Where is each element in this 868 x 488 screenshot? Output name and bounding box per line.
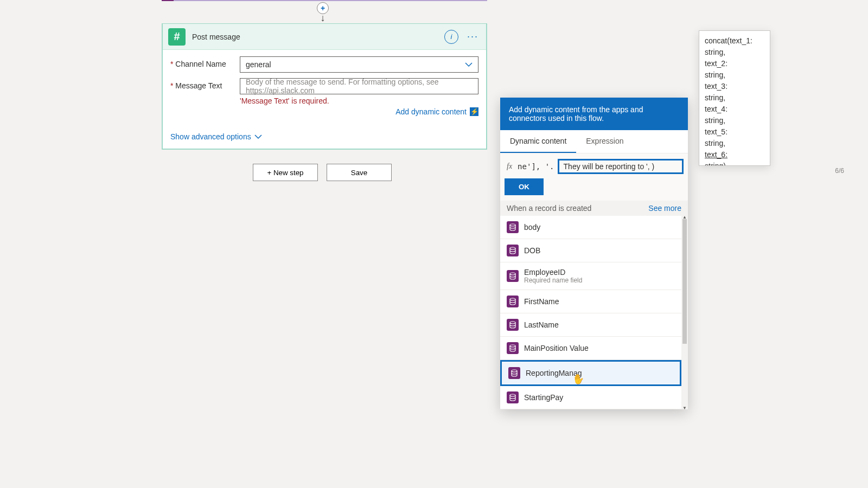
prev-step-border — [162, 0, 487, 1]
card-more-button[interactable]: ··· — [465, 31, 481, 42]
dc-item-mainposition-value[interactable]: MainPosition Value — [500, 337, 681, 360]
channel-name-select[interactable]: general — [240, 56, 478, 73]
plus-label: + — [321, 4, 325, 12]
channel-name-label: * Channel Name — [170, 56, 240, 68]
add-step-connector[interactable]: + ↓ — [317, 2, 329, 23]
database-icon — [507, 270, 519, 282]
dc-item-reportingmanag[interactable]: ReportingManag — [500, 360, 681, 386]
svg-point-2 — [510, 273, 515, 275]
hash-icon: # — [174, 30, 180, 43]
tab-dynamic-content[interactable]: Dynamic content — [500, 130, 576, 153]
dc-item-startingpay[interactable]: StartingPay — [500, 386, 681, 409]
tooltip-active-param: text_6: — [705, 149, 764, 160]
dynamic-content-panel: Add dynamic content from the apps and co… — [500, 98, 688, 409]
arrow-down-icon: ↓ — [321, 13, 326, 23]
tooltip-line: text_5: — [705, 126, 764, 138]
more-icon: ··· — [467, 31, 478, 42]
intellisense-tooltip: concat(text_1:string,text_2:string,text_… — [699, 30, 770, 166]
dynamic-group-title: When a record is created — [507, 204, 591, 213]
see-more-link[interactable]: See more — [648, 204, 681, 213]
database-icon — [508, 367, 520, 379]
tooltip-line: string, — [705, 47, 764, 58]
svg-point-5 — [510, 345, 515, 347]
info-button[interactable]: i — [444, 30, 458, 44]
database-icon — [507, 221, 519, 233]
scrollbar[interactable]: ▲ ▼ — [681, 216, 688, 409]
dc-item-label: FirstName — [524, 297, 559, 306]
dynamic-group-header: When a record is created See more — [500, 201, 688, 216]
tooltip-line: text_2: — [705, 58, 764, 69]
show-advanced-options[interactable]: Show advanced options — [170, 132, 262, 141]
expression-pager: 6/6 — [835, 167, 844, 175]
tooltip-line: text_4: — [705, 104, 764, 115]
channel-name-row: * Channel Name general — [170, 56, 478, 73]
dc-item-desc: Required name field — [524, 277, 582, 284]
panel-header: Add dynamic content from the apps and co… — [500, 98, 688, 130]
tooltip-line: concat(text_1: — [705, 35, 764, 47]
tab-expression[interactable]: Expression — [576, 130, 633, 153]
expression-prefix: ne'], '. — [518, 162, 554, 171]
message-text-row: * Message Text Body of the message to se… — [170, 78, 478, 116]
info-icon: i — [451, 33, 452, 41]
scroll-down-icon[interactable]: ▼ — [682, 406, 687, 410]
new-step-button[interactable]: + New step — [253, 164, 318, 181]
required-asterisk: * — [170, 60, 175, 68]
expression-ok-button[interactable]: OK — [505, 178, 544, 195]
panel-tabs: Dynamic content Expression — [500, 130, 688, 153]
database-icon — [507, 296, 519, 307]
svg-point-6 — [512, 370, 517, 372]
database-icon — [507, 342, 519, 354]
message-text-placeholder: Body of the message to send. For formatt… — [246, 78, 473, 95]
prev-step-accent — [162, 0, 174, 1]
channel-name-value: general — [246, 60, 271, 69]
svg-point-7 — [510, 394, 515, 396]
dynamic-content-icon: ⚡ — [470, 107, 478, 116]
add-dynamic-label: Add dynamic content — [395, 107, 467, 116]
dynamic-content-list: bodyDOBEmployeeIDRequired name fieldFirs… — [500, 216, 688, 409]
save-button[interactable]: Save — [327, 164, 392, 181]
tooltip-line: string, — [705, 92, 764, 104]
dc-item-label: MainPosition Value — [524, 344, 589, 352]
dc-item-label: LastName — [524, 320, 559, 329]
required-asterisk: * — [170, 81, 175, 90]
card-header: # Post message i ··· — [163, 24, 486, 50]
dc-item-label: body — [524, 223, 540, 232]
scrollbar-thumb[interactable] — [682, 219, 687, 344]
post-message-card: # Post message i ··· * Channel Name gene… — [162, 23, 487, 150]
add-dynamic-row: Add dynamic content ⚡ — [240, 107, 478, 116]
slack-icon: # — [168, 28, 186, 46]
dc-item-dob[interactable]: DOB — [500, 239, 681, 262]
message-text-error: 'Message Text' is required. — [240, 97, 478, 105]
dc-item-label: ReportingManag — [526, 369, 582, 377]
message-text-label: * Message Text — [170, 78, 240, 90]
chevron-down-icon — [254, 133, 262, 140]
database-icon — [507, 391, 519, 403]
dc-item-employeeid[interactable]: EmployeeIDRequired name field — [500, 262, 681, 290]
action-buttons: + New step Save — [253, 164, 392, 181]
fx-icon: fx — [505, 162, 514, 171]
chevron-down-icon — [465, 61, 473, 68]
tooltip-line: string) — [705, 160, 764, 166]
svg-point-3 — [510, 298, 515, 300]
tooltip-line: text_3: — [705, 81, 764, 92]
expression-input[interactable]: They will be reporting to ', ) — [558, 159, 684, 174]
dc-item-firstname[interactable]: FirstName — [500, 290, 681, 313]
dc-item-body[interactable]: body — [500, 216, 681, 239]
card-body: * Channel Name general * Message Text Bo… — [163, 50, 486, 127]
expression-bar: fx ne'], '. They will be reporting to ',… — [500, 153, 688, 201]
dc-item-label: StartingPay — [524, 393, 563, 402]
dc-item-lastname[interactable]: LastName — [500, 313, 681, 337]
tooltip-line: string, — [705, 115, 764, 126]
dc-item-label: DOB — [524, 246, 540, 255]
svg-point-4 — [510, 322, 515, 324]
svg-point-0 — [510, 224, 515, 226]
add-dynamic-content-link[interactable]: Add dynamic content ⚡ — [395, 107, 478, 116]
card-title: Post message — [192, 33, 438, 41]
expression-value: They will be reporting to ', ) — [564, 162, 655, 171]
tooltip-line: string, — [705, 69, 764, 81]
svg-point-1 — [510, 247, 515, 249]
message-text-input[interactable]: Body of the message to send. For formatt… — [240, 78, 478, 94]
tooltip-line: string, — [705, 138, 764, 149]
show-advanced-label: Show advanced options — [170, 132, 251, 141]
dc-item-label: EmployeeID — [524, 268, 582, 277]
